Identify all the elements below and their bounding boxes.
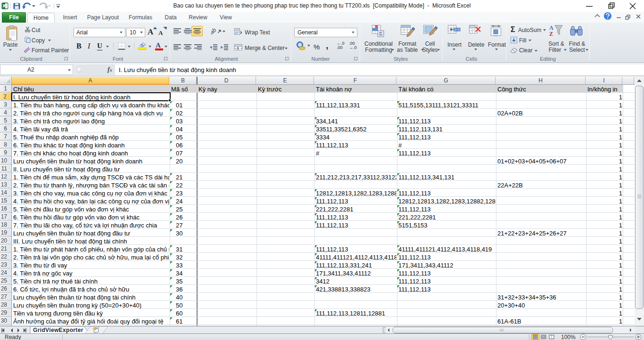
svg-text:ab: ab (211, 27, 217, 35)
svg-text:100%: 100% (561, 334, 576, 340)
svg-text:A: A (549, 24, 553, 31)
svg-text:a: a (237, 46, 239, 50)
svg-text:Z: Z (549, 31, 553, 37)
